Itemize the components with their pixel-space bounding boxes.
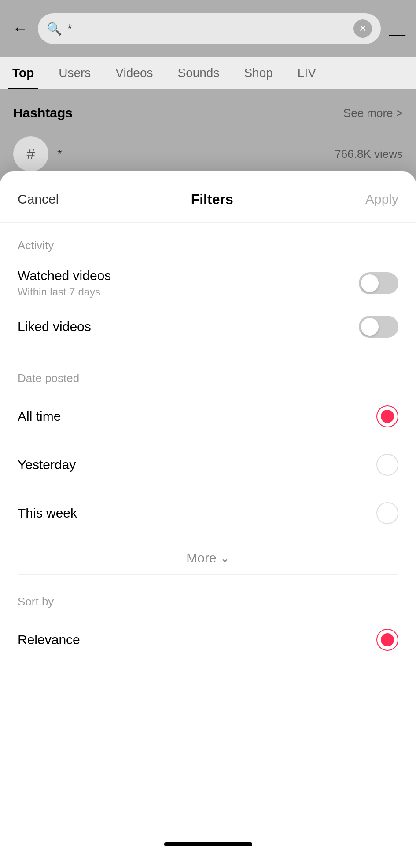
watched-videos-toggle[interactable] xyxy=(359,272,398,294)
watched-videos-label: Watched videos xyxy=(18,268,111,283)
search-icon: 🔍 xyxy=(47,22,62,36)
tab-top[interactable]: Top xyxy=(0,57,46,89)
activity-section-label: Activity xyxy=(0,223,416,259)
sheet-header: Cancel Filters Apply xyxy=(0,171,416,223)
hashtag-name-1: * xyxy=(57,147,326,161)
liked-videos-toggle[interactable] xyxy=(359,316,398,338)
filter-icon-button[interactable]: ⎯⎯ xyxy=(387,21,407,37)
liked-videos-left: Liked videos xyxy=(18,319,91,334)
yesterday-radio[interactable] xyxy=(376,454,398,476)
date-posted-section-label: Date posted xyxy=(0,356,416,392)
bottom-bar xyxy=(0,834,416,859)
search-input-wrap: 🔍 * ✕ xyxy=(38,13,381,44)
tabs-row: Top Users Videos Sounds Shop LIV xyxy=(0,57,416,89)
all-time-label: All time xyxy=(18,409,61,424)
relevance-row[interactable]: Relevance xyxy=(0,616,416,664)
search-input[interactable]: * xyxy=(67,22,348,36)
hashtag-avatar-1: # xyxy=(13,136,48,171)
watched-videos-row: Watched videos Within last 7 days xyxy=(0,259,416,307)
back-button[interactable]: ← xyxy=(9,19,32,38)
liked-videos-row: Liked videos xyxy=(0,307,416,346)
tab-users[interactable]: Users xyxy=(46,57,103,89)
liked-videos-label: Liked videos xyxy=(18,319,91,334)
all-time-radio[interactable] xyxy=(376,405,398,427)
divider-1 xyxy=(18,351,398,351)
relevance-radio[interactable] xyxy=(376,629,398,651)
apply-button[interactable]: Apply xyxy=(365,189,398,209)
more-btn-wrap: More ⌄ xyxy=(0,537,416,570)
more-button[interactable]: More ⌄ xyxy=(186,551,229,565)
this-week-row[interactable]: This week xyxy=(0,489,416,537)
more-label: More xyxy=(186,551,216,565)
tab-sounds[interactable]: Sounds xyxy=(165,57,232,89)
hashtags-header: Hashtags See more > xyxy=(13,106,403,120)
yesterday-row[interactable]: Yesterday xyxy=(0,441,416,489)
all-time-row[interactable]: All time xyxy=(0,392,416,441)
hashtag-views-1: 766.8K views xyxy=(335,147,403,161)
this-week-label: This week xyxy=(18,506,77,521)
tab-shop[interactable]: Shop xyxy=(232,57,285,89)
watched-videos-sublabel: Within last 7 days xyxy=(18,286,111,298)
tab-videos[interactable]: Videos xyxy=(103,57,165,89)
sort-by-section-label: Sort by xyxy=(0,579,416,616)
cancel-button[interactable]: Cancel xyxy=(18,189,59,209)
clear-search-button[interactable]: ✕ xyxy=(353,19,372,38)
tab-live[interactable]: LIV xyxy=(285,57,328,89)
yesterday-label: Yesterday xyxy=(18,457,76,472)
divider-2 xyxy=(18,574,398,575)
see-more-link[interactable]: See more > xyxy=(343,106,403,120)
this-week-radio[interactable] xyxy=(376,502,398,524)
hashtags-title: Hashtags xyxy=(13,106,73,120)
filters-sheet: Cancel Filters Apply Activity Watched vi… xyxy=(0,171,416,868)
watched-videos-left: Watched videos Within last 7 days xyxy=(18,268,111,298)
home-indicator xyxy=(164,842,252,846)
search-bar-row: ← 🔍 * ✕ ⎯⎯ xyxy=(0,13,416,44)
chevron-down-icon: ⌄ xyxy=(220,551,230,565)
filters-title: Filters xyxy=(191,191,233,208)
relevance-label: Relevance xyxy=(18,632,80,647)
